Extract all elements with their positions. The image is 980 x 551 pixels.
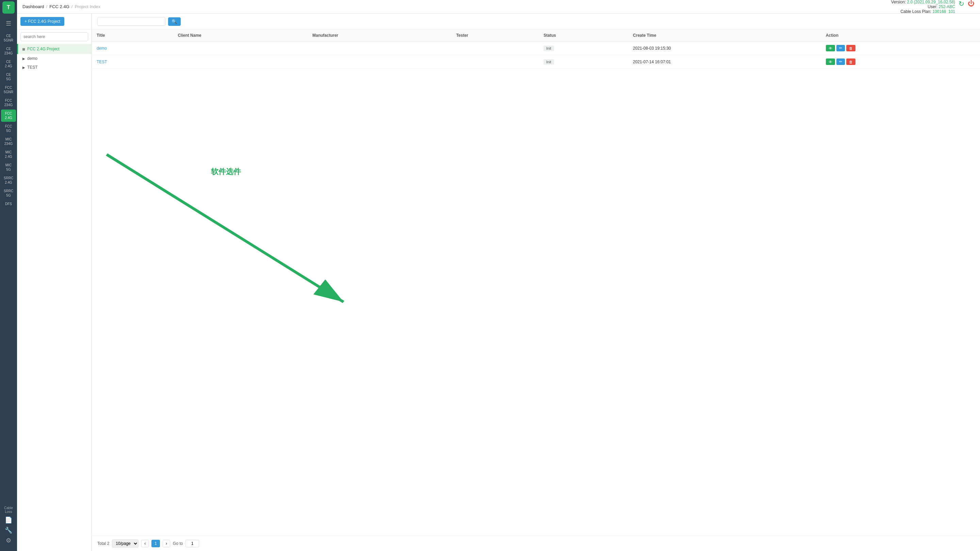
left-panel: + FCC 2.4G Project ◼ FCC 2.4G Project▶ d… (17, 14, 92, 551)
table-row: TESTInit2021-07-14 16:07:01 👁 ✏ 🗑 (92, 55, 980, 69)
add-project-button[interactable]: + FCC 2.4G Project (21, 17, 64, 26)
search-box (21, 32, 88, 41)
table-container: TitleClient NameManufacturerTesterStatus… (92, 30, 980, 536)
topbar: Dashboard / FCC 2.4G / Project Index Ver… (17, 0, 980, 14)
icon-sidebar: T ☰ CE5GNRCE234GCE2.4GCE5GFCC5GNRFCC234G… (0, 0, 17, 551)
row-client_name (173, 55, 308, 69)
nav-item-ce-5gnr[interactable]: CE5GNR (1, 32, 16, 44)
nav-item-ce-234g[interactable]: CE234G (1, 45, 16, 57)
col-status: Status (539, 30, 628, 41)
col-manufacturer: Manufacturer (308, 30, 452, 41)
row-title-link[interactable]: TEST (97, 60, 107, 64)
delete-button[interactable]: 🗑 (846, 59, 856, 65)
nav-item-mic-5g[interactable]: MIC5G (1, 161, 16, 173)
table-search-input[interactable] (97, 17, 165, 26)
page-1-button[interactable]: 1 (151, 540, 160, 547)
breadcrumb-sep-2: / (72, 4, 73, 9)
nav-bottom: CableLoss 📄 🔧 ⚙ (1, 506, 16, 551)
project-tree-item-test[interactable]: ▶ TEST (17, 63, 92, 72)
user-label: User: (928, 5, 937, 9)
nav-item-srrc-5g[interactable]: SRRC5G (1, 187, 16, 199)
chevron-right-icon: ▶ (22, 57, 25, 60)
breadcrumb-sep-1: / (46, 4, 48, 9)
user-value: 252-ABC (939, 5, 955, 9)
nav-item-dfs[interactable]: DFS (1, 200, 16, 208)
goto-label: Go to (173, 541, 183, 546)
goto-input[interactable] (185, 540, 199, 547)
table-toolbar: 🔍 (92, 14, 980, 30)
app-logo: T (2, 2, 14, 14)
col-title: Title (92, 30, 173, 41)
nav-item-srrc-24g[interactable]: SRRC2.4G (1, 174, 16, 186)
col-client-name: Client Name (173, 30, 308, 41)
table-row: demoInit2021-08-03 19:15:30 👁 ✏ 🗑 (92, 41, 980, 55)
edit-button[interactable]: ✏ (837, 59, 845, 65)
active-icon: ◼ (22, 47, 25, 51)
hamburger-button[interactable]: ☰ (4, 18, 13, 29)
table-area: 🔍 TitleClient NameManufacturerTesterStat… (92, 14, 980, 551)
nav-item-mic-24g[interactable]: MIC2.4G (1, 148, 16, 160)
breadcrumb-dashboard[interactable]: Dashboard (22, 4, 44, 9)
row-status: Init (539, 55, 628, 69)
version-label: Version: (891, 0, 906, 5)
row-actions: 👁 ✏ 🗑 (821, 41, 980, 55)
row-manufacturer (308, 55, 452, 69)
version-value: 2.0 (2021.09.29_16.02.58) (907, 0, 955, 5)
wrench-icon[interactable]: 🔧 (5, 527, 12, 534)
view-button[interactable]: 👁 (826, 45, 835, 51)
breadcrumb: Dashboard / FCC 2.4G / Project Index (22, 4, 100, 9)
table-search-button[interactable]: 🔍 (168, 17, 181, 26)
data-table: TitleClient NameManufacturerTesterStatus… (92, 30, 980, 69)
nav-item-ce-24g[interactable]: CE2.4G (1, 58, 16, 70)
nav-item-fcc-234g[interactable]: FCC234G (1, 97, 16, 109)
breadcrumb-fcc24g[interactable]: FCC 2.4G (49, 4, 69, 9)
view-button[interactable]: 👁 (826, 59, 835, 65)
search-input[interactable] (21, 32, 88, 41)
chevron-right-icon: ▶ (22, 66, 25, 69)
project-tree-item-demo[interactable]: ▶ demo (17, 54, 92, 63)
nav-item-fcc-24g[interactable]: FCC2.4G (1, 110, 16, 122)
nav-item-mic-234g[interactable]: MIC234G (1, 135, 16, 148)
row-tester (452, 55, 539, 69)
project-list: ◼ FCC 2.4G Project▶ demo▶ TEST (17, 44, 92, 551)
nav-item-ce-5g[interactable]: CE5G (1, 71, 16, 83)
row-status: Init (539, 41, 628, 55)
col-tester: Tester (452, 30, 539, 41)
row-tester (452, 41, 539, 55)
col-action: Action (821, 30, 980, 41)
prev-page-button[interactable]: ‹ (141, 540, 149, 547)
cable-loss-plan-label: Cable Loss Plan: (900, 9, 931, 14)
refresh-icon[interactable]: ↻ (959, 0, 964, 8)
breadcrumb-current: Project Index (75, 4, 100, 9)
nav-item-fcc-5g[interactable]: FCC5G (1, 122, 16, 135)
project-tree-item-fcc-project[interactable]: ◼ FCC 2.4G Project (17, 44, 92, 54)
nav-item-fcc-5gnr[interactable]: FCC5GNR (1, 84, 16, 96)
row-actions: 👁 ✏ 🗑 (821, 55, 980, 69)
version-info: Version: 2.0 (2021.09.29_16.02.58) User:… (891, 0, 955, 14)
left-panel-toolbar: + FCC 2.4G Project (17, 14, 92, 30)
row-client_name (173, 41, 308, 55)
next-page-button[interactable]: › (163, 540, 170, 547)
row-manufacturer (308, 41, 452, 55)
status-badge: Init (543, 59, 554, 65)
row-title-link[interactable]: demo (97, 46, 107, 51)
edit-button[interactable]: ✏ (837, 45, 845, 51)
settings-icon[interactable]: ⚙ (6, 537, 11, 547)
cable-loss-label: CableLoss (4, 506, 13, 514)
status-badge: Init (543, 46, 554, 51)
page-size-select[interactable]: 10/page 20/page 50/page (112, 540, 138, 548)
col-create-time: Create Time (628, 30, 821, 41)
doc-icon[interactable]: 📄 (5, 516, 12, 524)
delete-button[interactable]: 🗑 (846, 45, 856, 51)
row-create-time: 2021-07-14 16:07:01 (628, 55, 821, 69)
pagination-total: Total 2 (97, 541, 109, 546)
row-create-time: 2021-08-03 19:15:30 (628, 41, 821, 55)
topbar-right-area: Version: 2.0 (2021.09.29_16.02.58) User:… (891, 0, 975, 14)
pagination-bar: Total 2 10/page 20/page 50/page ‹ 1 › Go… (92, 536, 980, 551)
cable-loss-plan-value: 100168_101 (932, 9, 955, 14)
power-icon[interactable]: ⏻ (968, 0, 975, 8)
